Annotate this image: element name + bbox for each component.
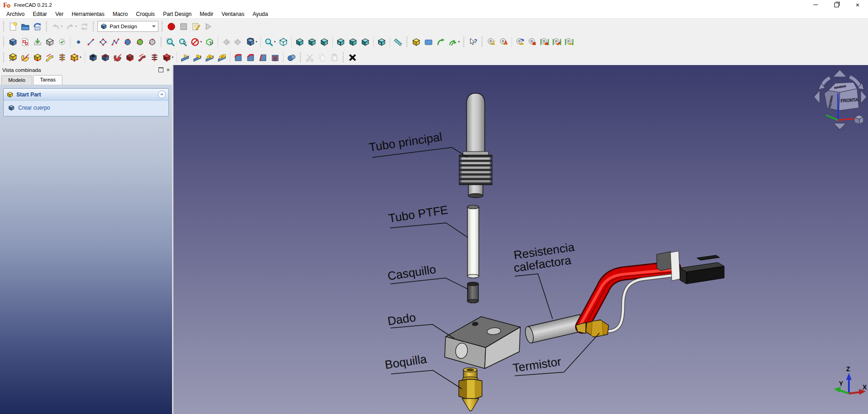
toolbar-grip[interactable]	[481, 36, 483, 47]
cut-button[interactable]	[304, 52, 315, 63]
panel-title-bar[interactable]: Vista combinada ×	[0, 65, 172, 75]
dropdown-caret-icon[interactable]: ▾	[256, 40, 258, 44]
copy-button[interactable]	[316, 52, 328, 63]
chamfer-button[interactable]	[245, 52, 256, 63]
boolean-operation-button[interactable]	[286, 52, 297, 63]
menu-ver[interactable]: Ver	[51, 10, 67, 18]
tab-modelo[interactable]: Modelo	[1, 76, 32, 85]
refresh-button[interactable]	[79, 21, 90, 32]
map-sketch-to-face-button[interactable]	[32, 36, 43, 48]
new-document-button[interactable]	[7, 21, 19, 32]
additive-primitive-button[interactable]: ▾	[69, 52, 82, 63]
whats-this-button[interactable]: ?	[467, 36, 479, 48]
pad-button[interactable]	[7, 52, 19, 63]
panel-float-icon[interactable]	[158, 67, 163, 72]
thickness-button[interactable]	[269, 52, 281, 63]
subtractive-primitive-button[interactable]: ▾	[161, 52, 175, 63]
navigate-back-button[interactable]	[220, 36, 232, 48]
toolbar-grip[interactable]	[3, 36, 5, 47]
validate-sketch-button[interactable]	[56, 36, 68, 48]
mirrored-button[interactable]	[179, 52, 191, 63]
linear-pattern-button[interactable]	[192, 52, 203, 63]
menu-archivo[interactable]: Archivo	[2, 10, 29, 18]
dropdown-caret-icon[interactable]: ▾	[458, 40, 460, 44]
stop-operation-button[interactable]	[347, 52, 358, 63]
create-datum-button[interactable]	[44, 36, 56, 48]
measure-toggle-all-button[interactable]	[563, 36, 575, 48]
measure-toggle-3d-button[interactable]	[539, 36, 550, 48]
panel-close-icon[interactable]: ×	[166, 68, 170, 72]
restore-button[interactable]	[826, 0, 847, 10]
toolbar-grip[interactable]	[3, 52, 5, 63]
fit-selection-button[interactable]	[177, 36, 188, 48]
menu-ayuda[interactable]: Ayuda	[249, 10, 272, 18]
sketch-carbon-copy-button[interactable]	[147, 36, 158, 48]
measure-linear-button[interactable]	[486, 36, 497, 48]
toolbar-grip[interactable]	[46, 21, 48, 32]
model-casquillo[interactable]	[467, 282, 478, 303]
view-front-button[interactable]	[294, 36, 305, 48]
subtractive-loft-button[interactable]	[124, 52, 136, 63]
view-isometric-button[interactable]	[278, 36, 289, 48]
groove-button[interactable]	[112, 52, 123, 63]
toolbar-grip[interactable]	[3, 21, 5, 32]
pocket-button[interactable]	[87, 52, 99, 63]
create-group-button[interactable]	[423, 36, 434, 48]
polar-pattern-button[interactable]	[204, 52, 215, 63]
view-rear-button[interactable]	[335, 36, 346, 48]
multitransform-button[interactable]	[216, 52, 228, 63]
undo-button[interactable]: ▾	[50, 21, 64, 32]
create-part-button[interactable]	[411, 36, 422, 48]
3d-viewport[interactable]: Tubo principal Tubo PTFE Casquillo Dado …	[173, 65, 868, 414]
macro-record-button[interactable]	[166, 21, 177, 32]
view-bottom-button[interactable]	[347, 36, 359, 48]
draw-style-button[interactable]: ▾	[189, 36, 203, 48]
sketch-polyline-button[interactable]	[110, 36, 121, 48]
revolution-button[interactable]	[20, 52, 31, 63]
macro-execute-button[interactable]	[203, 21, 214, 32]
sketch-line-button[interactable]	[85, 36, 96, 48]
dropdown-caret-icon[interactable]: ▾	[76, 25, 77, 28]
sketch-create-face-button[interactable]	[134, 36, 146, 48]
make-sub-link-button[interactable]: ▾	[447, 36, 461, 48]
create-body-button[interactable]	[7, 36, 19, 48]
menu-editar[interactable]: Editar	[29, 10, 51, 18]
menu-part-design[interactable]: Part Design	[159, 10, 196, 18]
dropdown-caret-icon[interactable]: ▾	[274, 40, 276, 44]
navigate-forward-button[interactable]	[233, 36, 244, 48]
task-item-crear-cuerpo[interactable]: Crear cuerpo	[4, 102, 168, 114]
draft-button[interactable]	[257, 52, 269, 63]
create-sketch-button[interactable]	[20, 36, 31, 48]
toolbar-grip[interactable]	[160, 36, 162, 47]
additive-helix-button[interactable]	[56, 52, 68, 63]
zoom-tools-button[interactable]: ▾	[263, 36, 277, 48]
fillet-button[interactable]	[233, 52, 244, 63]
measure-angular-button[interactable]	[498, 36, 509, 48]
workbench-selector[interactable]: Part Design	[97, 21, 158, 32]
dropdown-caret-icon[interactable]: ▾	[172, 56, 174, 59]
subtractive-pipe-button[interactable]	[137, 52, 148, 63]
paste-button[interactable]	[329, 52, 340, 63]
measure-clear-all-button[interactable]	[527, 36, 538, 48]
hole-button[interactable]	[100, 52, 111, 63]
navcube-mini-cube[interactable]	[854, 115, 863, 124]
model-tubo-ptfe[interactable]	[467, 205, 479, 278]
fit-all-button[interactable]	[165, 36, 176, 48]
dropdown-caret-icon[interactable]: ▾	[200, 40, 202, 44]
menu-macro[interactable]: Macro	[108, 10, 132, 18]
dropdown-caret-icon[interactable]: ▾	[80, 56, 81, 59]
3d-scene[interactable]: Tubo principal Tubo PTFE Casquillo Dado …	[173, 65, 868, 414]
box-selection-button[interactable]	[204, 36, 215, 48]
measure-refresh-button[interactable]	[514, 36, 526, 48]
menu-herramientas[interactable]: Herramientas	[67, 10, 108, 18]
view-right-button[interactable]	[319, 36, 330, 48]
additive-loft-button[interactable]	[32, 52, 43, 63]
close-button[interactable]: ×	[847, 0, 868, 10]
menu-croquis[interactable]: Croquis	[132, 10, 159, 18]
macro-stop-button[interactable]	[178, 21, 189, 32]
tab-tareas[interactable]: Tareas	[33, 75, 63, 85]
view-axonometric-button[interactable]	[376, 36, 387, 48]
dropdown-caret-icon[interactable]: ▾	[61, 25, 63, 28]
toolbar-grip[interactable]	[299, 52, 302, 63]
toolbar-grip[interactable]	[463, 36, 465, 47]
